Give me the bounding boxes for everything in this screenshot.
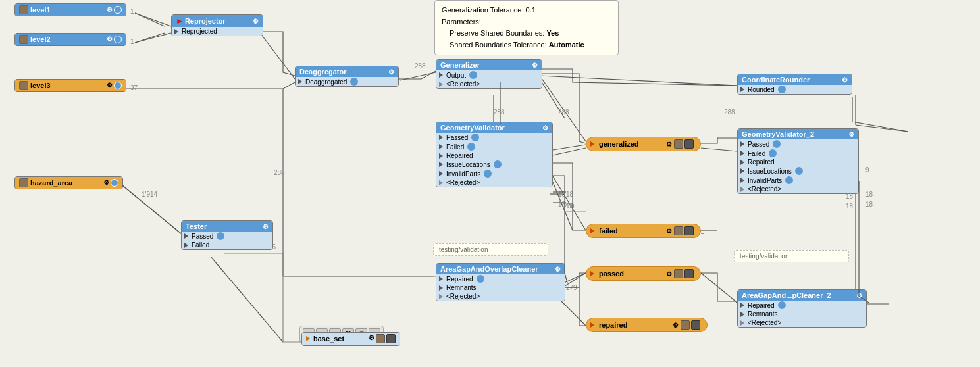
repaired-gear-icon[interactable]: ⚙ (673, 322, 679, 329)
svg-line-1 (135, 33, 171, 43)
cr-rounded-icon (778, 86, 786, 93)
deaggregator-gear-icon[interactable]: ⚙ (388, 68, 394, 76)
status-failed: failed ⚙ (586, 224, 701, 238)
agc-repaired-icon (477, 275, 484, 283)
svg-line-9 (540, 76, 737, 86)
failed-gear-icon[interactable]: ⚙ (666, 228, 672, 235)
node-tester: Tester ⚙ Passed Failed (181, 220, 273, 250)
gv2-gear-icon[interactable]: ⚙ (848, 131, 854, 138)
base-set-gear-icon[interactable]: ⚙ (369, 334, 374, 343)
gv2-port-invalid-parts: InvalidParts (748, 177, 782, 184)
generalizer-port-rejected: <Rejected> (446, 80, 480, 87)
agc2-port-rejected: <Rejected> (748, 319, 781, 326)
area-gap-cleaner-label: AreaGapAndOverlapCleaner (440, 265, 538, 273)
level3-gear-icon[interactable]: ⚙ (107, 82, 113, 89)
geometry-validator-gear-icon[interactable]: ⚙ (542, 124, 548, 132)
node-deaggregator: Deaggregator ⚙ Deaggregated (295, 66, 399, 87)
agc-port-repaired: Repaired (446, 276, 473, 283)
node-hazard-area: hazard_area ⚙ (14, 176, 123, 189)
level2-gear-icon[interactable]: ⚙ (107, 36, 113, 43)
gv2-9: 9 (865, 166, 869, 174)
status-generalized: generalized ⚙ (586, 137, 701, 151)
gv2-passed-icon (773, 140, 781, 148)
tooltip-box: Generalization Tolerance: 0.1 Parameters… (434, 0, 619, 55)
gv2-port-rejected: <Rejected> (748, 185, 781, 193)
gv2-port-failed: Failed (748, 150, 765, 157)
gv2-port-passed: Passed (748, 141, 769, 148)
repaired-label: repaired (599, 321, 627, 329)
level2-label: level2 (30, 36, 51, 43)
node-level3: level3 ⚙ (14, 79, 126, 92)
node-level2: level2 ⚙ (14, 33, 126, 46)
generalizer-port-output: Output (446, 72, 466, 79)
reprojector-gear-icon[interactable]: ⚙ (253, 18, 259, 25)
gv2-failed-icon (769, 149, 777, 157)
cr-port-rounded: Rounded (748, 86, 775, 93)
agc-port-rejected: <Rejected> (446, 293, 480, 300)
tooltip-params-label: Parameters: (442, 16, 611, 28)
gv-failed-icon (467, 143, 475, 151)
gv2-18-4: 18 (865, 201, 873, 208)
area-gap-gear-icon[interactable]: ⚙ (555, 266, 561, 273)
node-area-gap-cleaner-2: AreaGapAnd...pCleaner_2 ⚙ Repaired Remna… (737, 289, 867, 328)
svg-line-16 (701, 148, 737, 151)
tester-gear-icon[interactable]: ⚙ (263, 223, 269, 230)
conn-label-288-3: 288 (494, 109, 505, 116)
generalizer-output-icon (469, 71, 477, 79)
node-geometry-validator-2: GeometryValidator_2 ⚙ Passed Failed Repa… (737, 128, 859, 194)
reprojector-label: Reprojector (185, 17, 226, 25)
generalizer-gear-icon[interactable]: ⚙ (532, 62, 538, 69)
conn-label-1914: 1'914 (142, 191, 157, 198)
conn-label-288-left: 288 (274, 169, 285, 176)
gv-passed-icon (471, 134, 479, 141)
passed-label: passed (599, 270, 624, 278)
gv2-invalid-icon (785, 176, 793, 184)
svg-line-20 (701, 273, 737, 303)
hazard-area-label: hazard_area (30, 179, 72, 187)
node-generalizer: Generalizer ⚙ Output <Rejected> (436, 59, 542, 89)
svg-line-17 (550, 171, 586, 230)
deaggregator-port-icon (350, 78, 358, 86)
level3-count: 37 (130, 84, 138, 91)
level1-port-icon (114, 6, 122, 14)
node-reprojector: ► Reprojector ⚙ Reprojected (171, 14, 263, 36)
agc2-port-repaired: Repaired (748, 302, 775, 309)
status-repaired: repaired ⚙ (586, 318, 708, 332)
level1-gear-icon[interactable]: ⚙ (107, 6, 113, 14)
svg-line-5 (400, 72, 436, 80)
gv-18-1: 18 (558, 191, 565, 198)
agc2-repaired-icon (778, 301, 786, 309)
tooltip-param1-key: Preserve Shared Boundaries: (450, 29, 544, 37)
failed-label: failed (599, 227, 618, 235)
tester-passed-icon (217, 232, 224, 240)
conn-label-288-4: 288 (558, 109, 569, 116)
passed-gear-icon[interactable]: ⚙ (666, 270, 672, 278)
gv-port-repaired: Repaired (446, 152, 473, 159)
gv-port-failed: Failed (446, 143, 464, 151)
gv-invalid-icon (484, 170, 492, 178)
level2-port-icon (114, 36, 122, 43)
node-geometry-validator: GeometryValidator ⚙ Passed Failed Repair… (436, 122, 553, 187)
gv-port-invalid-parts: InvalidParts (446, 170, 480, 178)
svg-line-0 (135, 13, 171, 26)
tooltip-param2-val: Automatic (549, 41, 584, 49)
conn-label-279-2: 279 (566, 284, 577, 291)
tester-port-failed: Failed (192, 241, 209, 249)
node-coordinate-rounder: CoordinateRounder ⚙ Rounded (737, 74, 852, 95)
deaggregator-port: Deaggregated (305, 78, 347, 86)
generalized-gear-icon[interactable]: ⚙ (666, 141, 672, 148)
hazard-area-gear-icon[interactable]: ⚙ (103, 179, 109, 187)
node-level1: level1 ⚙ (14, 3, 126, 16)
status-passed: passed ⚙ (586, 266, 701, 281)
tester-label: Tester (186, 222, 207, 230)
coord-rounder-gear-icon[interactable]: ⚙ (842, 76, 848, 84)
svg-line-2 (260, 33, 295, 79)
gv2-port-issue-loc: IssueLocations (748, 168, 792, 175)
level3-port-icon (114, 82, 122, 89)
agc2-gear-icon[interactable]: ⚙ (856, 292, 862, 299)
gv-issue-icon (494, 160, 502, 168)
conn-label-18-4: 18 (846, 203, 853, 210)
node-area-gap-cleaner: AreaGapAndOverlapCleaner ⚙ Repaired Remn… (436, 263, 565, 301)
coordinate-rounder-label: CoordinateRounder (742, 76, 810, 84)
reprojector-port-reprojected: Reprojected (182, 28, 217, 35)
